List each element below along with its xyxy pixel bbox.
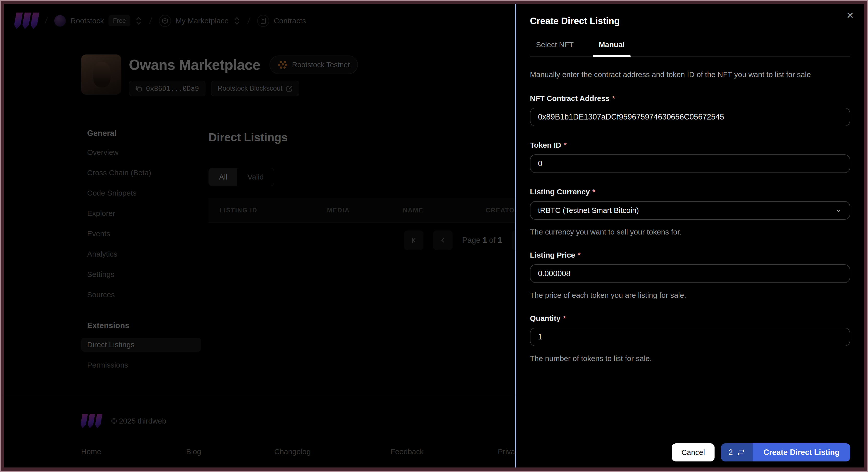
field-label: Token ID*	[530, 141, 850, 149]
create-direct-listing-button[interactable]: Create Direct Listing	[753, 443, 850, 462]
required-marker: *	[564, 141, 567, 149]
field-helper-text: The number of tokens to list for sale.	[530, 354, 850, 363]
field-helper-text: The price of each token you are listing …	[530, 291, 850, 300]
quantity-input[interactable]	[530, 328, 850, 346]
required-marker: *	[592, 188, 595, 196]
cancel-button[interactable]: Cancel	[672, 443, 714, 462]
app-background: / Rootstock Free / My Marketplace / Cont…	[4, 4, 864, 468]
required-marker: *	[612, 94, 615, 102]
nft-contract-address-input[interactable]	[530, 108, 850, 126]
listing-price-field-group: Listing Price* The price of each token y…	[530, 251, 850, 300]
drawer-description: Manually enter the contract address and …	[530, 69, 850, 80]
transaction-count: 2	[728, 448, 733, 457]
window-frame-inner: / Rootstock Free / My Marketplace / Cont…	[1, 1, 867, 471]
token-id-field-group: Token ID*	[530, 141, 850, 173]
drawer-tab-label: Manual	[599, 40, 625, 49]
listing-currency-select[interactable]: tRBTC (Testnet Smart Bitcoin)	[530, 201, 850, 220]
create-direct-listing-drawer: ✕ Create Direct Listing Select NFTManual…	[516, 4, 864, 468]
drawer-tab-label: Select NFT	[536, 40, 574, 49]
transaction-count-button[interactable]: 2	[721, 443, 753, 462]
token-id-input[interactable]	[530, 154, 850, 173]
required-marker: *	[578, 251, 581, 259]
window-frame: / Rootstock Free / My Marketplace / Cont…	[0, 0, 868, 472]
field-label: Quantity*	[530, 314, 850, 323]
drawer-tabs: Select NFTManual	[530, 40, 850, 57]
field-label: Listing Price*	[530, 251, 850, 259]
close-icon[interactable]: ✕	[846, 10, 854, 21]
swap-arrows-icon	[737, 449, 745, 456]
field-label: NFT Contract Address*	[530, 94, 850, 103]
field-label: Listing Currency*	[530, 188, 850, 196]
field-helper-text: The currency you want to sell your token…	[530, 228, 850, 236]
listing-price-input[interactable]	[530, 264, 850, 283]
submit-split-button: 2 Create Direct Listing	[721, 443, 850, 462]
chevron-down-icon	[835, 207, 842, 214]
drawer-tab[interactable]: Manual	[593, 40, 631, 56]
nft-contract-address-field-group: NFT Contract Address*	[530, 94, 850, 126]
listing-currency-field-group: Listing Currency* tRBTC (Testnet Smart B…	[530, 188, 850, 236]
quantity-field-group: Quantity* The number of tokens to list f…	[530, 314, 850, 363]
listing-currency-value: tRBTC (Testnet Smart Bitcoin)	[538, 206, 639, 215]
drawer-tab[interactable]: Select NFT	[530, 40, 580, 56]
required-marker: *	[563, 314, 566, 322]
drawer-title: Create Direct Listing	[530, 16, 850, 26]
